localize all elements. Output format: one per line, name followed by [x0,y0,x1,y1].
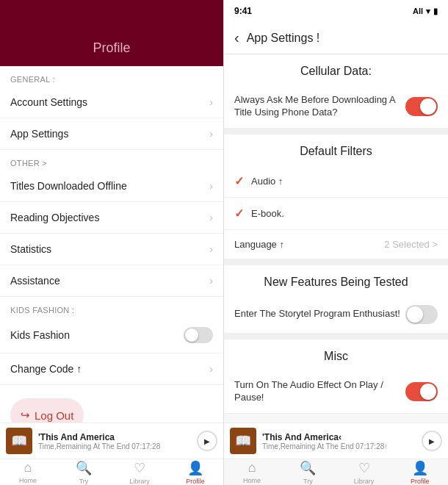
chevron-icon: › [209,212,213,223]
nav-label-library-left: Library [129,478,150,485]
left-panel: Profile GENERAL : Account Settings › App… [0,0,224,485]
nav-label-try-right: Try [303,478,313,485]
menu-item-account-settings-text: Account Settings [10,96,87,108]
profile-icon-right: 👤 [412,460,428,476]
logout-label: Log Out [35,409,73,422]
section-title-misc: Misc [224,340,448,370]
check-icon-ebook: ✓ [234,206,244,220]
status-icons: All ▾ ▮ [413,7,438,16]
section-title-filters: Default Filters [224,134,448,165]
right-bottom-bar: 📖 'This And America‹ Time,Remaining At T… [224,423,448,485]
check-item-audio[interactable]: ✓ Audio ↑ [224,165,448,198]
right-nav-title: App Settings ! [247,32,320,45]
language-row[interactable]: Language ↑ 2 Selected > [224,230,448,259]
library-icon-right: ♡ [358,460,370,476]
signal-label: All [413,7,423,15]
left-bottom-bar: 📖 'This And America Time,Remaining At Th… [0,423,223,485]
now-playing-info-left: 'This And America Time,Remaining At The … [38,432,191,450]
menu-item-assistance[interactable]: Assistance › [0,265,223,297]
misc-toggle[interactable] [405,382,438,401]
now-playing-left[interactable]: 📖 'This And America Time,Remaining At Th… [0,423,223,459]
nav-item-try-left[interactable]: 🔍 Try [56,459,112,485]
nav-label-profile-right: Profile [411,478,430,485]
library-icon-left: ♡ [134,460,145,476]
nav-label-library-right: Library [354,478,375,485]
nav-item-profile-right[interactable]: 👤 Profile [392,459,448,485]
menu-item-change-code[interactable]: Change Code ↑ › [0,353,223,385]
settings-row-cellular[interactable]: Always Ask Me Before Downloading A Title… [224,85,448,129]
chevron-icon: › [209,96,213,108]
section-label-other: OTHER > [0,150,223,170]
check-text-audio: Audio ↑ [251,176,283,187]
battery-icon: ▮ [433,7,438,16]
settings-row-features[interactable]: Enter The Storytel Program Enthusiast! [224,296,448,334]
play-button-right[interactable]: ▶ [422,431,442,451]
bottom-nav-left: ⌂ Home 🔍 Try ♡ Library 👤 Profile [0,459,223,485]
features-row-text: Enter The Storytel Program Enthusiast! [234,308,405,320]
try-icon-left: 🔍 [76,460,92,476]
check-item-ebook[interactable]: ✓ E-book. [224,198,448,230]
nav-item-profile-left[interactable]: 👤 Profile [167,459,223,485]
language-label: Language ↑ [234,239,284,250]
now-playing-right[interactable]: 📖 'This And America‹ Time,Remaining At T… [224,423,448,459]
logout-button[interactable]: ↪ Log Out [10,398,84,423]
check-icon-audio: ✓ [234,174,244,188]
now-playing-sub-right: Time,Remaining At The End 07:17:28↑ [262,442,416,450]
chevron-icon: › [209,363,213,375]
right-status-bar: 9:41 All ▾ ▮ [224,0,448,22]
menu-item-kids-fashion[interactable]: Kids Fashion [0,317,223,353]
menu-item-offline[interactable]: Titles Downloaded Offline › [0,170,223,202]
status-time: 9:41 [234,6,252,16]
now-playing-title-left: 'This And America [38,432,191,442]
nav-item-library-left[interactable]: ♡ Library [112,459,167,485]
section-title-features: New Features Being Tested [224,265,448,296]
play-button-left[interactable]: ▶ [197,431,217,451]
divider-3 [224,334,448,340]
now-playing-title-right: 'This And America‹ [262,432,416,442]
cellular-toggle[interactable] [405,97,438,116]
menu-item-change-code-text: Change Code ↑ [10,363,82,375]
nav-item-try-right[interactable]: 🔍 Try [280,459,336,485]
left-header: Profile [0,0,223,66]
divider-1 [224,129,448,134]
divider-2 [224,259,448,265]
chevron-icon: › [209,275,213,287]
nav-label-try-left: Try [79,478,89,485]
menu-item-kids-fashion-text: Kids Fashion [10,329,70,341]
language-value: 2 Selected > [384,239,438,250]
nav-item-home-right[interactable]: ⌂ Home [224,459,280,485]
left-content: GENERAL : Account Settings › App Setting… [0,66,223,423]
menu-item-reading-objectives-text: Reading Objectives [10,212,99,223]
cellular-row-text: Always Ask Me Before Downloading A Title… [234,94,405,119]
now-playing-sub-left: Time,Remaining At The End 07:17:28 [38,442,191,450]
right-nav-bar: ‹ App Settings ! [224,22,448,54]
home-icon-left: ⌂ [24,460,32,475]
section-title-cellular: Cellular Data: [224,54,448,85]
menu-item-statistics-text: Statistics [10,243,51,255]
nav-item-library-right[interactable]: ♡ Library [336,459,392,485]
features-toggle[interactable] [405,305,438,324]
chevron-icon: › [209,243,213,255]
misc-row-text: Turn On The Audio Effect On Play / Pause… [234,379,405,404]
menu-item-statistics[interactable]: Statistics › [0,234,223,265]
menu-item-app-settings-text: App Settings [10,128,68,140]
cover-art-right: 📖 [230,428,256,454]
menu-item-reading-objectives[interactable]: Reading Objectives › [0,202,223,234]
profile-icon-left: 👤 [187,460,203,476]
wifi-icon: ▾ [426,7,430,16]
back-button[interactable]: ‹ [234,29,239,46]
right-panel: 9:41 All ▾ ▮ ‹ App Settings ! Cellular D… [224,0,448,485]
menu-item-account-settings[interactable]: Account Settings › [0,87,223,118]
kids-fashion-toggle[interactable] [184,327,213,343]
settings-row-misc[interactable]: Turn On The Audio Effect On Play / Pause… [224,370,448,414]
check-text-ebook: E-book. [251,208,284,219]
bottom-nav-right: ⌂ Home 🔍 Try ♡ Library 👤 Profile [224,459,448,485]
menu-item-assistance-text: Assistance [10,275,60,287]
menu-item-app-settings[interactable]: App Settings › [0,118,223,150]
now-playing-info-right: 'This And America‹ Time,Remaining At The… [262,432,416,450]
nav-item-home-left[interactable]: ⌂ Home [0,459,56,485]
try-icon-right: 🔍 [300,460,316,476]
cover-art-left: 📖 [6,428,32,454]
menu-item-offline-text: Titles Downloaded Offline [10,180,127,192]
section-label-kids: KIDS FASHION : [0,297,223,317]
